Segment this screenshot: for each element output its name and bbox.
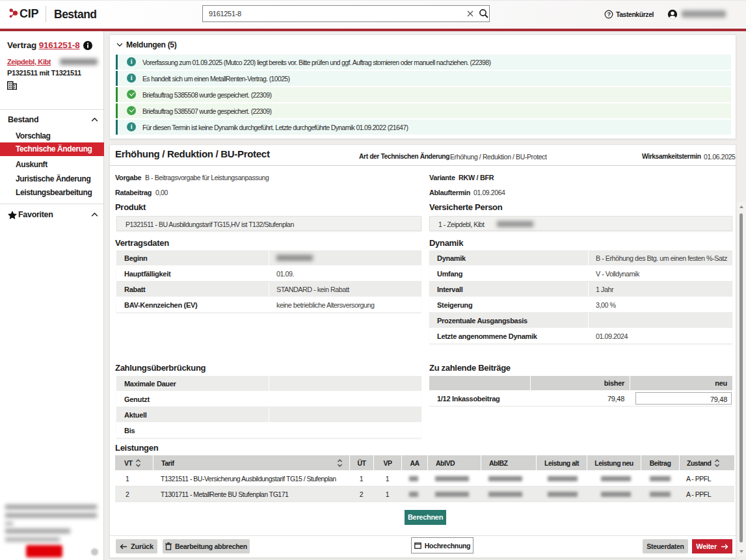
svg-text:?: ? <box>607 11 610 18</box>
